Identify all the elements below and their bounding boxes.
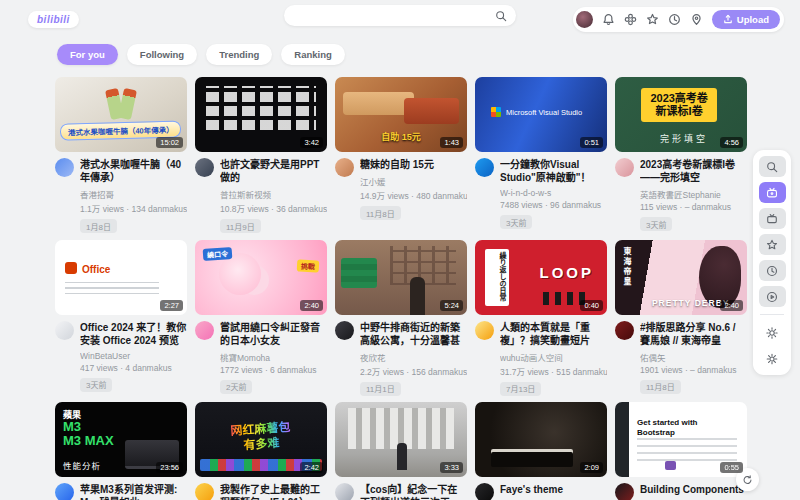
upload-date-badge: 1月8日	[80, 219, 117, 233]
video-thumbnail[interactable]: 2:42 网红麻薯包 有多难	[195, 402, 327, 477]
video-thumbnail[interactable]: 1:43 自助 15元	[335, 77, 467, 152]
video-title[interactable]: 港式水果咖喱牛腩（40年傳承）	[80, 158, 187, 184]
uploader-avatar[interactable]	[195, 321, 214, 340]
uploader-name[interactable]: 桃寶Momoha	[220, 351, 327, 363]
video-title[interactable]: 【cos向】紀念一下在不列顛出道的三次王	[360, 483, 467, 500]
star-icon[interactable]	[646, 13, 659, 26]
duration-badge: 2:40	[720, 300, 743, 311]
tab-following[interactable]: Following	[127, 44, 197, 65]
uploader-avatar[interactable]	[55, 158, 74, 177]
thumbnail-overlay: 完形填空	[660, 132, 708, 145]
upload-date-badge: 11月8日	[360, 206, 401, 220]
uploader-avatar[interactable]	[615, 158, 634, 177]
rail-star-button[interactable]	[759, 234, 786, 255]
views-danmaku-count: 1901 views · – danmakus	[640, 365, 747, 375]
video-title[interactable]: 苹果M3系列首发评测: Max残暴如此	[80, 483, 187, 500]
uploader-name[interactable]: 佑偶矢	[640, 351, 747, 363]
uploader-name[interactable]: 普拉斯新视频	[220, 188, 327, 200]
video-thumbnail[interactable]: 4:56 2023高考卷 新课标I卷完形填空	[615, 77, 747, 152]
video-info: 苹果M3系列首发评测: Max残暴如此 极客湾Geekerwan 86.4万 v…	[55, 483, 187, 500]
rail-history-button[interactable]	[759, 260, 786, 281]
top-bar: bilibili Upload	[0, 0, 800, 34]
clover-icon[interactable]	[624, 13, 637, 26]
video-title[interactable]: #排版思路分享 No.6 / 賽馬娘 // 東海帝皇	[640, 321, 747, 347]
search-icon[interactable]	[495, 10, 507, 22]
rail-settings-button[interactable]	[759, 348, 786, 369]
video-title[interactable]: 糖妹的自助 15元	[360, 158, 467, 171]
tab-for-you[interactable]: For you	[57, 44, 118, 65]
rail-theme-button[interactable]	[759, 322, 786, 343]
uploader-avatar[interactable]	[615, 321, 634, 340]
video-title[interactable]: 人類的本質就是「重複」？搞笑動畫短片《LOOP》	[500, 321, 607, 347]
search-input[interactable]	[284, 10, 495, 21]
video-thumbnail[interactable]: 2:40 東海帝皇PRETTY DERBY	[615, 240, 747, 315]
uploader-name[interactable]: wuhu动画人空间	[500, 351, 607, 363]
uploader-name[interactable]: 江小媛	[360, 175, 467, 187]
video-thumbnail[interactable]: 0:40 繰り返しの日常LOOP	[475, 240, 607, 315]
uploader-name[interactable]: W-i-n-d-o-w-s	[500, 188, 607, 198]
video-info: 中野牛排商街近的新築高級公寓，十分溫馨甚至九分乾淨 夜欣花 2.2万 views…	[335, 321, 467, 397]
video-info: 人類的本質就是「重複」？搞笑動畫短片《LOOP》 wuhu动画人空间 31.7万…	[475, 321, 607, 397]
uploader-avatar[interactable]	[195, 483, 214, 500]
uploader-avatar[interactable]	[55, 483, 74, 500]
video-title[interactable]: 一分鐘教你Visual Studio"原神啟動"！（適用於Blend）	[500, 158, 607, 184]
user-avatar[interactable]	[576, 11, 593, 28]
uploader-name[interactable]: 香港招哥	[80, 188, 187, 200]
uploader-name[interactable]: 夜欣花	[360, 351, 467, 363]
uploader-avatar[interactable]	[475, 158, 494, 177]
uploader-avatar[interactable]	[475, 321, 494, 340]
uploader-avatar[interactable]	[335, 483, 354, 500]
video-title[interactable]: 我製作了史上最難的工程類麵包，IF L21）	[220, 483, 327, 500]
video-card: 2:09 Faye's theme Verser凡聖 777 views · –…	[475, 402, 607, 500]
uploader-name[interactable]: 英語教書匠Stephanie	[640, 188, 747, 200]
video-thumbnail[interactable]: 0:51 Microsoft Visual Studio	[475, 77, 607, 152]
video-thumbnail[interactable]: 3:33	[335, 402, 467, 477]
tab-ranking[interactable]: Ranking	[281, 44, 344, 65]
video-card: 0:51 Microsoft Visual Studio 一分鐘教你Visual…	[475, 77, 607, 234]
rail-home-button[interactable]	[759, 182, 786, 203]
video-title[interactable]: Building Components	[640, 483, 744, 496]
bell-icon[interactable]	[602, 13, 615, 26]
duration-badge: 2:27	[160, 300, 183, 311]
video-thumbnail[interactable]: 5:24	[335, 240, 467, 315]
uploader-avatar[interactable]	[195, 158, 214, 177]
video-title[interactable]: 也許文豪野犬是用PPT做的	[220, 158, 327, 184]
video-thumbnail[interactable]: 15:02 港式水果咖喱牛腩（40年傳承）	[55, 77, 187, 152]
search-bar[interactable]	[284, 5, 516, 26]
rail-creation-button[interactable]	[759, 286, 786, 307]
thumbnail-overlay: Microsoft Visual Studio	[506, 108, 582, 117]
duration-badge: 15:02	[156, 137, 183, 148]
video-title[interactable]: 2023高考卷新課標I卷——完形填空	[640, 158, 747, 184]
bilibili-logo[interactable]: bilibili	[28, 11, 79, 28]
video-info: 2023高考卷新課標I卷——完形填空 英語教書匠Stephanie 115 vi…	[615, 158, 747, 232]
history-icon[interactable]	[668, 13, 681, 26]
pin-icon[interactable]	[690, 13, 703, 26]
tab-trending[interactable]: Trending	[206, 44, 272, 65]
video-title[interactable]: Office 2024 来了！教你安装 Office 2024 预览版!	[80, 321, 187, 347]
rail-search-button[interactable]	[759, 156, 786, 177]
rail-tv-button[interactable]	[759, 208, 786, 229]
uploader-avatar[interactable]	[615, 483, 634, 500]
uploader-avatar[interactable]	[475, 483, 494, 500]
rail-divider	[760, 314, 784, 315]
video-title[interactable]: Faye's theme	[500, 483, 592, 496]
video-thumbnail[interactable]: 2:27 Office	[55, 240, 187, 315]
uploader-name[interactable]: WinBetaUser	[80, 351, 187, 361]
video-thumbnail[interactable]: 2:40 繞口令挑戰	[195, 240, 327, 315]
views-danmaku-count: 14.9万 views · 480 danmakus	[360, 189, 467, 201]
uploader-avatar[interactable]	[55, 321, 74, 340]
uploader-avatar[interactable]	[335, 321, 354, 340]
thumbnail-overlay: PRETTY DERBY	[652, 298, 730, 308]
views-danmaku-count: 417 views · 4 danmakus	[80, 363, 187, 373]
video-thumbnail[interactable]: 3:42	[195, 77, 327, 152]
upload-button[interactable]: Upload	[712, 10, 780, 29]
video-thumbnail[interactable]: 0:55 Get started with Bootstrap	[615, 402, 747, 477]
uploader-avatar[interactable]	[335, 158, 354, 177]
video-thumbnail[interactable]: 2:09	[475, 402, 607, 477]
video-thumbnail[interactable]: 23:56 蘋果M3 M3 MAX性能分析	[55, 402, 187, 477]
video-title[interactable]: 中野牛排商街近的新築高級公寓，十分溫馨甚至九分乾淨	[360, 321, 467, 347]
video-title[interactable]: 嘗試用繞口令糾正發音的日本小女友	[220, 321, 327, 347]
views-danmaku-count: 1772 views · 6 danmakus	[220, 365, 327, 375]
upload-date-badge: 7月13日	[500, 382, 541, 396]
thumbnail-overlay: 网红麻薯包 有多难	[230, 419, 292, 453]
